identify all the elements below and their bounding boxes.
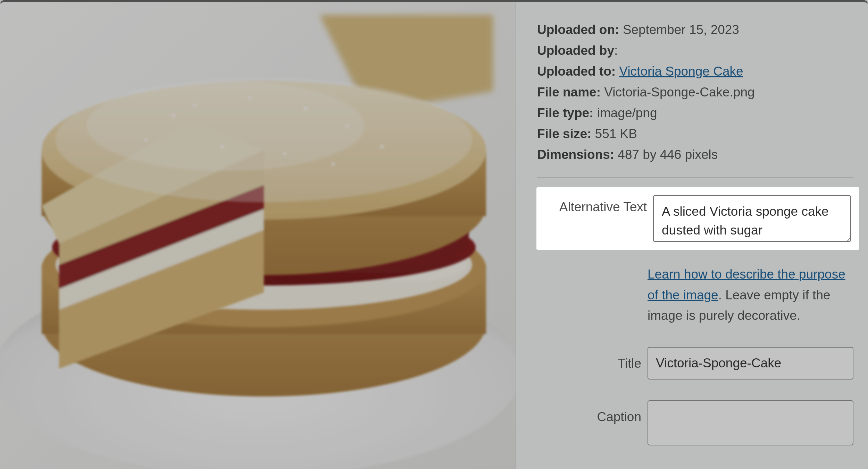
caption-textarea[interactable] bbox=[648, 400, 853, 445]
caption-label: Caption bbox=[537, 400, 641, 427]
meta-uploaded-to: Uploaded to: Victoria Sponge Cake bbox=[537, 61, 853, 82]
svg-point-11 bbox=[87, 81, 365, 171]
title-input[interactable] bbox=[648, 347, 853, 380]
uploaded-to-link[interactable]: Victoria Sponge Cake bbox=[619, 64, 743, 78]
svg-point-13 bbox=[193, 103, 196, 107]
svg-point-16 bbox=[345, 124, 349, 128]
meta-file-type: File type: image/png bbox=[537, 103, 853, 123]
alt-text-highlight: Alternative Text A sliced Victoria spong… bbox=[536, 187, 859, 250]
svg-point-19 bbox=[220, 145, 224, 149]
meta-uploaded-by: Uploaded by: bbox=[537, 40, 853, 61]
svg-point-21 bbox=[332, 162, 335, 166]
meta-file-size: File size: 551 KB bbox=[537, 123, 853, 144]
svg-point-12 bbox=[172, 113, 176, 118]
svg-point-18 bbox=[144, 138, 148, 142]
alt-text-label: Alternative Text bbox=[543, 195, 647, 214]
title-label: Title bbox=[537, 347, 641, 374]
svg-point-17 bbox=[380, 145, 384, 148]
alt-help-text: Learn how to describe the purpose of the… bbox=[648, 264, 853, 326]
meta-dimensions: Dimensions: 487 by 446 pixels bbox=[537, 144, 853, 165]
divider bbox=[537, 177, 853, 178]
svg-point-20 bbox=[283, 152, 286, 155]
svg-point-15 bbox=[303, 106, 308, 111]
svg-point-14 bbox=[248, 96, 252, 100]
meta-file-name: File name: Victoria-Sponge-Cake.png bbox=[537, 82, 853, 103]
media-preview bbox=[0, 2, 516, 469]
meta-uploaded-on: Uploaded on: September 15, 2023 bbox=[537, 19, 853, 40]
alt-text-textarea[interactable]: A sliced Victoria sponge cake dusted wit… bbox=[653, 195, 851, 242]
